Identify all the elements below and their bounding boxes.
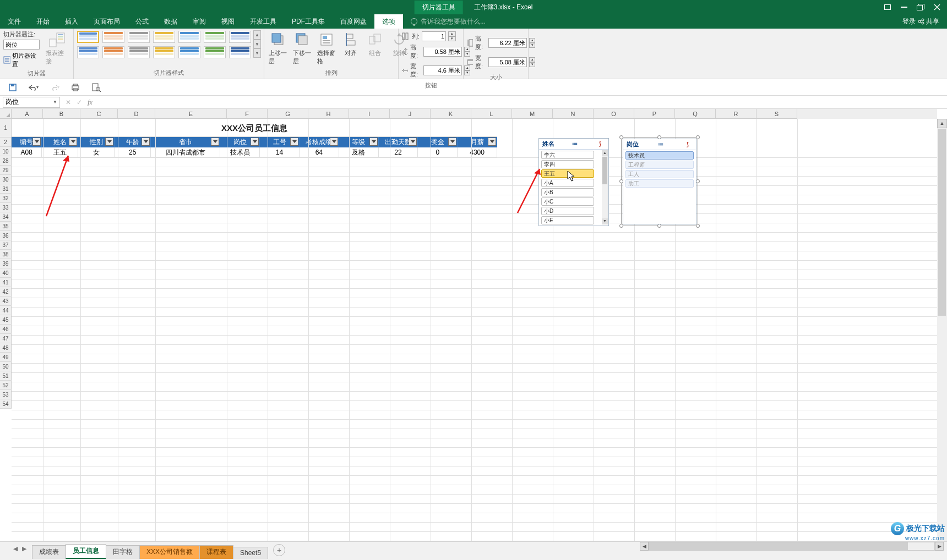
data-cell[interactable]: 64 bbox=[300, 147, 339, 157]
select-all-triangle[interactable] bbox=[0, 109, 12, 119]
bring-forward-button[interactable]: 上移一层 bbox=[268, 30, 289, 65]
sheet-tab[interactable]: 田字格 bbox=[106, 545, 140, 559]
row-header[interactable]: 48 bbox=[0, 343, 12, 353]
filter-dropdown-icon[interactable] bbox=[330, 138, 338, 146]
report-connections-button[interactable]: 报表连接 bbox=[45, 30, 70, 65]
column-header[interactable]: C bbox=[80, 109, 118, 119]
formula-input[interactable] bbox=[98, 97, 947, 108]
tab-data[interactable]: 数据 bbox=[156, 14, 185, 29]
column-header[interactable]: R bbox=[716, 109, 756, 119]
slicer-item[interactable]: 助工 bbox=[625, 179, 694, 188]
slicer-scrollbar[interactable]: ▲▼ bbox=[602, 150, 608, 224]
tab-review[interactable]: 审阅 bbox=[185, 14, 214, 29]
columns-input[interactable] bbox=[422, 31, 446, 41]
column-header[interactable]: J bbox=[390, 109, 431, 119]
header-cell[interactable]: 等级 bbox=[339, 137, 379, 147]
sheet-tab[interactable]: 员工信息 bbox=[66, 544, 106, 559]
header-cell[interactable]: 月薪 bbox=[458, 137, 497, 147]
vertical-scrollbar[interactable]: ▲▼ bbox=[937, 119, 947, 556]
row-header[interactable]: 42 bbox=[0, 287, 12, 297]
column-header[interactable]: O bbox=[594, 109, 634, 119]
close-button[interactable] bbox=[933, 3, 941, 12]
slicer-item[interactable]: 小E bbox=[541, 216, 594, 224]
restore-button[interactable] bbox=[916, 3, 925, 12]
row-header[interactable]: 38 bbox=[0, 250, 12, 259]
data-cell[interactable]: 及格 bbox=[339, 147, 379, 157]
multi-select-icon[interactable]: ≔ bbox=[656, 140, 666, 149]
ribbon-display-options[interactable] bbox=[883, 3, 892, 12]
column-header[interactable]: K bbox=[431, 109, 471, 119]
header-cell[interactable]: 出勤天数 bbox=[379, 137, 418, 147]
tab-dev[interactable]: 开发工具 bbox=[242, 14, 284, 29]
slicer-item[interactable]: 工程师 bbox=[625, 161, 694, 169]
column-header[interactable]: P bbox=[634, 109, 675, 119]
column-header[interactable]: N bbox=[553, 109, 594, 119]
data-cell[interactable]: 4300 bbox=[458, 147, 497, 157]
row-header[interactable]: 49 bbox=[0, 353, 12, 362]
column-header[interactable]: M bbox=[512, 109, 553, 119]
slicer-item[interactable]: 李四 bbox=[541, 160, 594, 168]
header-cell[interactable]: 编号 bbox=[12, 137, 42, 147]
filter-dropdown-icon[interactable] bbox=[69, 138, 77, 146]
sheet-tab[interactable]: 成绩表 bbox=[32, 545, 66, 559]
slicer-settings-button[interactable]: 切片器设置 bbox=[3, 52, 41, 68]
tab-home[interactable]: 开始 bbox=[29, 14, 57, 29]
column-header[interactable]: F bbox=[227, 109, 268, 119]
tab-layout[interactable]: 页面布局 bbox=[86, 14, 128, 29]
row-header[interactable]: 39 bbox=[0, 259, 12, 268]
multi-select-icon[interactable]: ≔ bbox=[570, 140, 580, 149]
row-header[interactable]: 30 bbox=[0, 175, 12, 184]
data-cell[interactable]: 0 bbox=[418, 147, 458, 157]
fx-icon[interactable]: fx bbox=[88, 98, 92, 107]
tab-formula[interactable]: 公式 bbox=[128, 14, 156, 29]
undo-button[interactable]: ▾ bbox=[29, 83, 39, 92]
filter-dropdown-icon[interactable] bbox=[369, 138, 378, 146]
row-header[interactable]: 43 bbox=[0, 297, 12, 306]
sheet-tab[interactable]: XXX公司销售额 bbox=[139, 545, 200, 559]
row-header[interactable]: 1 bbox=[0, 119, 12, 138]
gallery-scroll[interactable]: ▲▼▾ bbox=[253, 30, 261, 58]
column-header[interactable]: B bbox=[43, 109, 80, 119]
selection-pane-button[interactable]: 选择窗格 bbox=[316, 30, 337, 65]
header-cell[interactable]: 考核成绩 bbox=[300, 137, 339, 147]
spinner[interactable]: ▴▾ bbox=[448, 31, 456, 41]
column-header[interactable]: E bbox=[155, 109, 227, 119]
filter-dropdown-icon[interactable] bbox=[409, 138, 417, 146]
filter-dropdown-icon[interactable] bbox=[32, 138, 41, 146]
slicer-item[interactable]: 工人 bbox=[625, 170, 694, 178]
row-header[interactable]: 46 bbox=[0, 325, 12, 334]
row-header[interactable]: 50 bbox=[0, 362, 12, 371]
sheet-tab[interactable]: Sheet5 bbox=[233, 547, 268, 559]
slicer-height-input[interactable] bbox=[488, 38, 527, 48]
send-backward-button[interactable]: 下移一层 bbox=[292, 30, 313, 65]
row-header[interactable]: 33 bbox=[0, 203, 12, 212]
row-header[interactable]: 53 bbox=[0, 390, 12, 399]
button-width-input[interactable] bbox=[423, 65, 462, 75]
tab-insert[interactable]: 插入 bbox=[57, 14, 86, 29]
header-cell[interactable]: 性别 bbox=[78, 137, 115, 147]
filter-dropdown-icon[interactable] bbox=[251, 138, 259, 146]
align-button[interactable]: 对齐 bbox=[340, 30, 361, 57]
row-header[interactable]: 44 bbox=[0, 306, 12, 315]
rotate-button[interactable]: 旋转 bbox=[389, 30, 410, 57]
column-header[interactable]: S bbox=[756, 109, 797, 119]
minimize-button[interactable] bbox=[900, 3, 908, 12]
sheet-nav[interactable]: ◀▶ bbox=[0, 542, 32, 552]
print-preview-icon[interactable] bbox=[91, 83, 101, 92]
slicer-style-gallery[interactable]: ▲▼▾ bbox=[77, 30, 261, 59]
redo-button[interactable]: ▾ bbox=[50, 83, 59, 92]
enter-icon[interactable]: ✓ bbox=[77, 98, 82, 106]
slicer-item[interactable]: 技术员 bbox=[625, 151, 694, 160]
row-header[interactable]: 36 bbox=[0, 231, 12, 240]
slicer-name[interactable]: 姓名 ≔ ⟆ 李六李四王五小A小B小C小D小E▲▼ bbox=[538, 138, 609, 226]
tab-pdf[interactable]: PDF工具集 bbox=[284, 14, 333, 29]
tab-file[interactable]: 文件 bbox=[0, 14, 29, 29]
column-header[interactable]: L bbox=[471, 109, 512, 119]
row-header[interactable]: 31 bbox=[0, 184, 12, 194]
row-header[interactable]: 34 bbox=[0, 212, 12, 222]
row-header[interactable]: 32 bbox=[0, 194, 12, 203]
column-header[interactable]: H bbox=[308, 109, 349, 119]
row-header[interactable]: 51 bbox=[0, 371, 12, 381]
slicer-width-input[interactable] bbox=[488, 57, 527, 67]
slicer-item[interactable]: 李六 bbox=[541, 151, 594, 159]
